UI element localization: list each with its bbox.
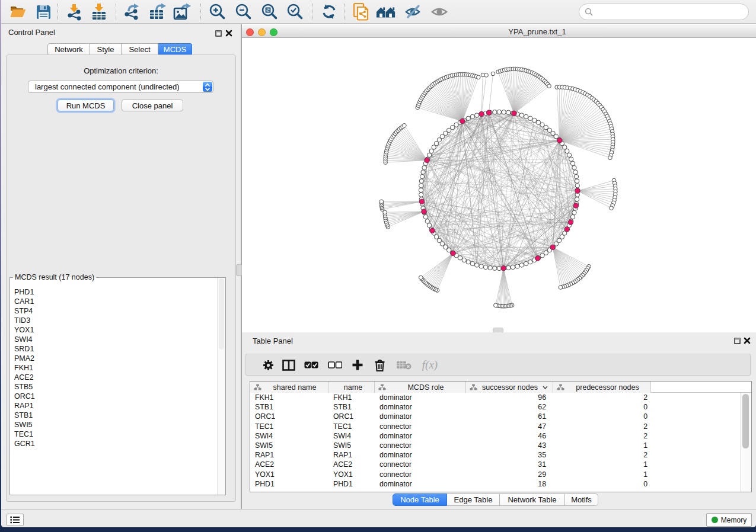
ring-node[interactable] xyxy=(524,261,528,265)
tab-motifs[interactable]: Motifs xyxy=(565,493,598,506)
mcds-hub-node[interactable] xyxy=(419,199,425,204)
ring-node[interactable] xyxy=(479,264,483,268)
network-window-titlebar[interactable]: YPA_prune.txt_1 xyxy=(242,25,756,38)
select-all-button[interactable] xyxy=(303,357,320,373)
add-column-button[interactable] xyxy=(349,357,366,373)
mcds-result-item[interactable]: RAP1 xyxy=(14,401,35,411)
table-row-SWI4[interactable]: SWI4SWI4dominator462 xyxy=(250,431,751,441)
import-network-button[interactable] xyxy=(65,2,85,22)
mcds-result-item[interactable]: STP4 xyxy=(14,306,35,316)
mcds-result-item[interactable]: SWI5 xyxy=(14,420,35,430)
ring-node[interactable] xyxy=(528,260,532,264)
ring-node[interactable] xyxy=(427,153,431,157)
mcds-result-item[interactable]: SWI4 xyxy=(14,335,35,344)
mcds-hub-node[interactable] xyxy=(575,188,580,194)
tab-mcds[interactable]: MCDS xyxy=(158,43,192,56)
ring-node[interactable] xyxy=(506,110,511,114)
column-header-name[interactable]: name xyxy=(328,382,375,393)
import-table-button[interactable] xyxy=(89,2,109,22)
satellite-node[interactable] xyxy=(491,72,495,76)
ring-node[interactable] xyxy=(474,263,479,267)
deselect-all-button[interactable] xyxy=(327,357,343,373)
mcds-result-item[interactable]: GCR1 xyxy=(14,439,35,448)
ring-node[interactable] xyxy=(565,149,569,153)
mcds-hub-node[interactable] xyxy=(479,111,484,117)
table-row-SWI5[interactable]: SWI5SWI5connector431 xyxy=(250,441,751,450)
new-network-from-selection-button[interactable] xyxy=(351,2,371,22)
mcds-hub-node[interactable] xyxy=(512,111,517,116)
ring-node[interactable] xyxy=(511,265,515,269)
table-row-TEC1[interactable]: TEC1TEC1connector472 xyxy=(250,422,751,431)
ring-node[interactable] xyxy=(419,179,423,183)
ring-node[interactable] xyxy=(570,161,575,165)
mcds-result-item[interactable]: STB5 xyxy=(14,382,35,392)
ring-node[interactable] xyxy=(419,193,423,197)
ring-node[interactable] xyxy=(466,116,470,120)
export-table-button[interactable] xyxy=(148,2,168,22)
ring-node[interactable] xyxy=(572,165,576,169)
ring-node[interactable] xyxy=(574,174,578,178)
tab-node-table[interactable]: Node Table xyxy=(393,493,447,506)
mcds-result-item[interactable]: PMA2 xyxy=(14,354,35,363)
ring-node[interactable] xyxy=(493,110,497,114)
satellite-node[interactable] xyxy=(484,73,489,78)
tab-network[interactable]: Network xyxy=(47,43,90,56)
ring-node[interactable] xyxy=(515,264,519,268)
first-neighbors-button[interactable] xyxy=(376,2,396,22)
export-image-button[interactable] xyxy=(172,2,192,22)
ring-node[interactable] xyxy=(423,214,428,219)
ring-node[interactable] xyxy=(454,123,458,127)
tab-network-table[interactable]: Network Table xyxy=(500,493,565,506)
ring-node[interactable] xyxy=(419,188,423,192)
table-row-STB1[interactable]: STB1STB1dominator620 xyxy=(250,402,751,412)
close-panel-button[interactable]: Close panel xyxy=(122,100,183,111)
mcds-list-scrollbar[interactable] xyxy=(217,278,225,495)
mcds-hub-node[interactable] xyxy=(486,110,492,116)
mcds-hub-node[interactable] xyxy=(568,220,573,225)
mcds-result-item[interactable]: STB1 xyxy=(14,411,35,420)
ring-node[interactable] xyxy=(474,113,479,117)
table-row-ACE2[interactable]: ACE2ACE2connector311 xyxy=(250,460,751,469)
float-panel-icon[interactable] xyxy=(215,30,222,37)
mcds-result-item[interactable]: ORC1 xyxy=(14,392,35,401)
zoom-selected-button[interactable] xyxy=(285,2,305,22)
ring-node[interactable] xyxy=(572,210,576,214)
ring-node[interactable] xyxy=(466,260,470,264)
mcds-result-item[interactable]: CAR1 xyxy=(14,297,35,306)
table-scrollbar[interactable] xyxy=(740,393,751,492)
ring-node[interactable] xyxy=(540,254,544,258)
column-header-MCDS-role[interactable]: MCDS role xyxy=(375,382,466,393)
mcds-result-list[interactable]: PHD1CAR1STP4TID3YOX1SWI4SRD1PMA2FKH1ACE2… xyxy=(14,287,35,448)
mcds-hub-node[interactable] xyxy=(501,266,506,271)
save-session-button[interactable] xyxy=(33,2,53,22)
mcds-hub-node[interactable] xyxy=(564,227,570,232)
table-row-YOX1[interactable]: YOX1YOX1connector291 xyxy=(250,470,751,479)
table-row-ORC1[interactable]: ORC1ORC1dominator610 xyxy=(250,412,751,421)
table-row-RAP1[interactable]: RAP1RAP1dominator352 xyxy=(250,450,751,460)
mcds-result-item[interactable]: PHD1 xyxy=(14,287,35,297)
ring-node[interactable] xyxy=(575,197,579,201)
mcds-hub-node[interactable] xyxy=(425,158,430,163)
tab-select[interactable]: Select xyxy=(122,43,158,56)
ring-node[interactable] xyxy=(575,179,579,183)
mcds-result-item[interactable]: TID3 xyxy=(14,316,35,325)
fit-content-button[interactable] xyxy=(259,2,279,22)
mcds-result-item[interactable]: ACE2 xyxy=(14,373,35,382)
zoom-in-button[interactable] xyxy=(207,2,227,22)
satellite-node[interactable] xyxy=(559,286,563,290)
ring-node[interactable] xyxy=(575,184,579,188)
ring-node[interactable] xyxy=(524,114,528,118)
optimization-criterion-select[interactable]: largest connected component (undirected) xyxy=(28,81,213,93)
ring-node[interactable] xyxy=(506,265,511,270)
column-header-shared-name[interactable]: shared name xyxy=(250,382,328,393)
mcds-hub-node[interactable] xyxy=(460,118,465,124)
memory-button[interactable]: Memory xyxy=(706,513,752,527)
satellite-node[interactable] xyxy=(379,200,384,204)
tab-style[interactable]: Style xyxy=(90,43,122,56)
ring-node[interactable] xyxy=(462,258,466,262)
mcds-result-item[interactable]: TEC1 xyxy=(14,430,35,439)
ring-node[interactable] xyxy=(563,145,567,149)
ring-node[interactable] xyxy=(569,157,573,161)
satellite-node[interactable] xyxy=(547,84,551,88)
satellite-node[interactable] xyxy=(608,156,613,160)
